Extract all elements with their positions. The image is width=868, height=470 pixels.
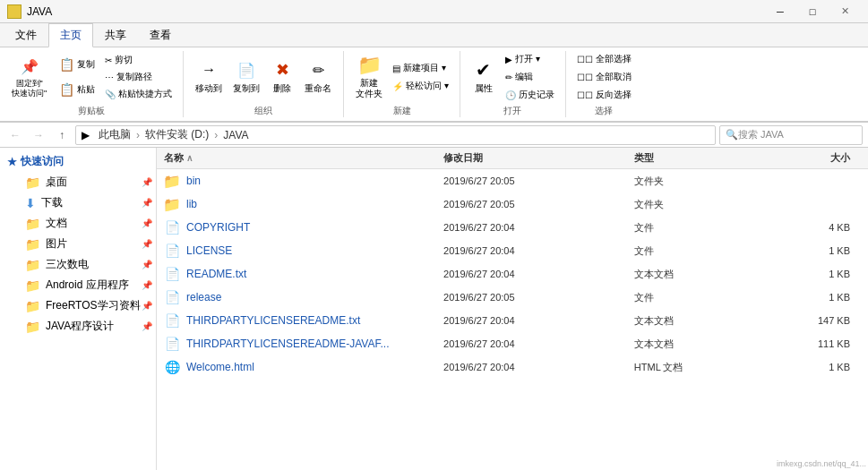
file-icon: 📁 xyxy=(164,196,180,212)
sidebar-item-desktop[interactable]: 📁 桌面 📌 xyxy=(0,172,156,192)
sidebar-item-pictures[interactable]: 📁 图片 📌 xyxy=(0,234,156,254)
tab-share[interactable]: 共享 xyxy=(93,23,138,47)
sidebar: ★ 快速访问 📁 桌面 📌 ⬇ 下载 📌 📁 文档 📌 📁 图片 📌 📁 三次数… xyxy=(0,148,157,470)
paste-button[interactable]: 📋 粘贴 xyxy=(53,78,99,101)
col-header-name[interactable]: 名称 ∧ xyxy=(164,151,443,165)
selectall-button[interactable]: ☐☐ 全部选择 xyxy=(573,51,635,67)
sidebar-item-label: 下载 xyxy=(41,195,63,210)
sidebar-item-label: 图片 xyxy=(46,236,67,252)
open-buttons: ✔ 属性 ▶ 打开 ▾ ✏ 编辑 🕒 历史记录 xyxy=(468,51,558,103)
pin-label: 固定到"快速访问" xyxy=(12,79,47,98)
file-icon: 📄 xyxy=(164,336,180,352)
sidebar-quickaccess-header[interactable]: ★ 快速访问 xyxy=(0,151,156,172)
rename-button[interactable]: ✏ 重命名 xyxy=(300,56,336,98)
close-button[interactable]: ✕ xyxy=(829,1,861,22)
newfolder-button[interactable]: 📁 新建文件夹 xyxy=(351,52,387,102)
newitem-button[interactable]: ▤ 新建项目 ▾ xyxy=(389,60,452,76)
sidebar-item-three[interactable]: 📁 三次数电 📌 xyxy=(0,254,156,275)
up-button[interactable]: ↑ xyxy=(52,125,72,145)
col-header-date[interactable]: 修改日期 xyxy=(443,151,634,165)
file-date: 2019/6/27 20:05 xyxy=(443,175,634,186)
open-button[interactable]: ▶ 打开 ▾ xyxy=(502,51,558,67)
tab-file[interactable]: 文件 xyxy=(4,23,48,47)
copy-button[interactable]: 📋 复制 xyxy=(53,53,99,76)
sidebar-item-docs[interactable]: 📁 文档 📌 xyxy=(0,213,156,234)
easyaccess-button[interactable]: ⚡ 轻松访问 ▾ xyxy=(389,78,452,94)
sidebar-item-java[interactable]: 📁 JAVA程序设计 📌 xyxy=(0,316,156,337)
file-type: 文件夹 xyxy=(634,198,761,211)
pin-icon: 📌 xyxy=(142,301,152,311)
address-path[interactable]: ▶ 此电脑 › 软件安装 (D:) › JAVA xyxy=(75,125,716,145)
edit-button[interactable]: ✏ 编辑 xyxy=(502,69,558,85)
table-row[interactable]: 📄 THIRDPARTYLICENSEREADME-JAVAF... 2019/… xyxy=(157,332,868,355)
pin-icon: 📌 xyxy=(142,280,152,290)
file-size: 1 KB xyxy=(761,362,861,372)
pin-icon: 📌 xyxy=(142,239,152,249)
file-name: THIRDPARTYLICENSEREADME-JAVAF... xyxy=(186,338,389,350)
col-header-size[interactable]: 大小 xyxy=(761,151,861,165)
organize-buttons: → 移动到 📄 复制到 ✖ 删除 ✏ 重命名 xyxy=(191,51,336,103)
path-computer[interactable]: 此电脑 xyxy=(97,127,133,142)
copy-icon: 📋 xyxy=(57,56,75,73)
tab-home[interactable]: 主页 xyxy=(48,23,93,47)
minimize-button[interactable]: ─ xyxy=(764,1,796,22)
moveto-button[interactable]: → 移动到 xyxy=(191,56,227,98)
file-icon: 📄 xyxy=(164,289,180,305)
moveto-icon: → xyxy=(198,59,219,81)
selectnone-button[interactable]: ☐☐ 全部取消 xyxy=(573,69,635,85)
search-box[interactable]: 🔍 搜索 JAVA xyxy=(719,125,863,145)
file-type: 文本文档 xyxy=(634,338,761,351)
pasteshortcut-button[interactable]: 📎 粘贴快捷方式 xyxy=(101,86,176,102)
table-row[interactable]: 📁 lib 2019/6/27 20:05 文件夹 xyxy=(157,192,868,216)
copyto-button[interactable]: 📄 复制到 xyxy=(228,56,264,98)
tab-view[interactable]: 查看 xyxy=(138,23,183,47)
invertselect-button[interactable]: ☐☐ 反向选择 xyxy=(573,87,635,103)
table-row[interactable]: 📄 LICENSE 2019/6/27 20:04 文件 1 KB xyxy=(157,239,868,262)
file-name-cell: 📄 THIRDPARTYLICENSEREADME-JAVAF... xyxy=(164,336,443,352)
file-date: 2019/6/27 20:04 xyxy=(443,362,634,372)
file-size: 111 KB xyxy=(761,338,861,349)
properties-label: 属性 xyxy=(475,82,493,95)
file-name: release xyxy=(186,291,221,303)
col-header-type[interactable]: 类型 xyxy=(634,151,761,165)
maximize-button[interactable]: □ xyxy=(796,1,829,22)
ribbon-group-organize: → 移动到 📄 复制到 ✖ 删除 ✏ 重命名 组织 xyxy=(184,51,344,117)
file-name: COPYRIGHT xyxy=(186,221,250,234)
table-row[interactable]: 📁 bin 2019/6/27 20:05 文件夹 xyxy=(157,169,868,192)
sidebar-item-freertos[interactable]: 📁 FreeRTOS学习资料 📌 xyxy=(0,295,156,316)
path-drive[interactable]: 软件安装 (D:) xyxy=(143,127,211,142)
copypath-button[interactable]: ⋯ 复制路径 xyxy=(101,69,176,85)
copy-label: 复制 xyxy=(77,58,95,71)
moveto-label: 移动到 xyxy=(195,82,222,95)
table-row[interactable]: 📄 release 2019/6/27 20:05 文件 1 KB xyxy=(157,286,868,309)
ribbon-group-select: ☐☐ 全部选择 ☐☐ 全部取消 ☐☐ 反向选择 选择 xyxy=(566,51,642,117)
history-button[interactable]: 🕒 历史记录 xyxy=(502,87,558,103)
path-java[interactable]: JAVA xyxy=(221,129,250,141)
pin-button[interactable]: 📌 固定到"快速访问" xyxy=(7,53,51,101)
delete-button[interactable]: ✖ 删除 xyxy=(266,56,298,98)
watermark: imkexg.csdn.net/qq_41... xyxy=(777,459,866,468)
open-label: 打开 xyxy=(503,103,521,117)
folder-icon: 📁 xyxy=(25,258,40,272)
forward-button[interactable]: → xyxy=(29,125,48,145)
cut-button[interactable]: ✂ 剪切 xyxy=(101,52,176,68)
file-date: 2019/6/27 20:04 xyxy=(443,222,634,233)
sidebar-item-android[interactable]: 📁 Android 应用程序 📌 xyxy=(0,275,156,295)
copyto-label: 复制到 xyxy=(233,82,260,95)
back-button[interactable]: ← xyxy=(5,125,25,145)
file-name: THIRDPARTYLICENSEREADME.txt xyxy=(186,314,360,327)
file-list-header: 名称 ∧ 修改日期 类型 大小 xyxy=(157,148,868,169)
file-icon: 📄 xyxy=(164,243,180,259)
file-date: 2019/6/27 20:05 xyxy=(443,292,634,303)
ribbon: 文件 主页 共享 查看 📌 固定到"快速访问" 📋 复制 📋 xyxy=(0,23,868,123)
folder-icon: 📁 xyxy=(25,278,40,293)
sidebar-item-download[interactable]: ⬇ 下载 📌 xyxy=(0,192,156,213)
table-row[interactable]: 📄 README.txt 2019/6/27 20:04 文本文档 1 KB xyxy=(157,262,868,286)
table-row[interactable]: 📄 COPYRIGHT 2019/6/27 20:04 文件 4 KB xyxy=(157,216,868,239)
properties-button[interactable]: ✔ 属性 xyxy=(468,56,500,98)
delete-icon: ✖ xyxy=(271,59,293,81)
table-row[interactable]: 📄 THIRDPARTYLICENSEREADME.txt 2019/6/27 … xyxy=(157,309,868,332)
table-row[interactable]: 🌐 Welcome.html 2019/6/27 20:04 HTML 文档 1… xyxy=(157,355,868,379)
file-size: 1 KB xyxy=(761,269,861,279)
file-name: bin xyxy=(186,175,201,187)
